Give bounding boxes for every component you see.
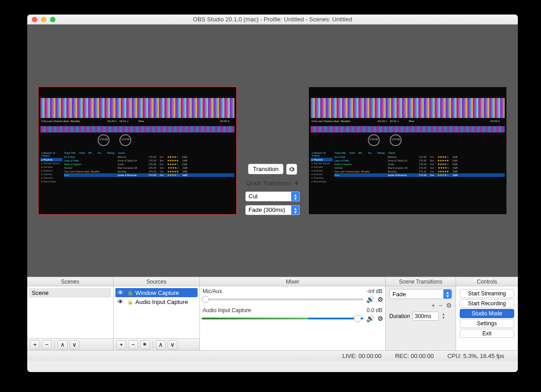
scene-down-button[interactable]: ∨: [69, 340, 79, 349]
preview-canvas-left[interactable]: One Last Chance (feat. Skyelle) -02.29.1…: [39, 87, 236, 214]
chevron-updown-icon: ▲▼: [293, 193, 298, 201]
chevron-updown-icon: ▲▼: [293, 207, 298, 214]
preview-pane-left[interactable]: One Last Chance (feat. Skyelle) -02.29.1…: [32, 31, 243, 270]
mixer-channel: Audio Input Capture0.0 dB🔊⚙: [202, 307, 383, 323]
speaker-icon[interactable]: 🔊: [366, 314, 375, 323]
transition-controls: Transition Quick Transitions + Cut ▲▼ Fa…: [243, 31, 302, 270]
gear-icon[interactable]: ⚙: [377, 315, 383, 322]
controls-panel: Controls Start StreamingStart RecordingS…: [456, 277, 518, 350]
remove-transition-button[interactable]: −: [439, 302, 442, 309]
lock-icon[interactable]: 🔓: [127, 299, 133, 305]
window-title: OBS Studio 20.1.0 (mac) - Profile: Untit…: [27, 16, 518, 23]
control-button-start-recording[interactable]: Start Recording: [460, 299, 514, 308]
add-scene-button[interactable]: +: [30, 340, 40, 349]
mixer-body: Mic/Aux-inf dB🔊⚙Audio Input Capture0.0 d…: [200, 286, 385, 350]
scene-item[interactable]: Scene: [29, 288, 111, 298]
preview-area: One Last Chance (feat. Skyelle) -02.29.1…: [27, 24, 518, 277]
remove-scene-button[interactable]: −: [42, 340, 52, 349]
mixer-channel-level: 0.0 dB: [367, 307, 382, 314]
source-settings-button[interactable]: [140, 340, 150, 349]
controls-header: Controls: [456, 277, 518, 286]
close-icon[interactable]: [32, 17, 37, 22]
sources-panel: Sources 👁🔓Window Capture👁🔓Audio Input Ca…: [114, 277, 200, 350]
source-item[interactable]: 👁🔓Audio Input Capture: [115, 297, 198, 306]
quick-transition-select-1[interactable]: Fade (300ms) ▲▼: [245, 205, 300, 215]
transition-settings-button[interactable]: [286, 164, 297, 175]
preview-pane-right[interactable]: One Last Chance (feat. Skyelle) -02.29.1…: [302, 31, 513, 270]
control-button-studio-mode[interactable]: Studio Mode: [460, 309, 514, 318]
remove-source-button[interactable]: −: [128, 340, 138, 349]
scene-transitions-panel: Scene Transitions Fade ▲▼ + − ⚙ Duration…: [386, 277, 456, 350]
chevron-updown-icon: ▲▼: [446, 291, 450, 298]
zoom-icon[interactable]: [50, 17, 55, 22]
transition-button[interactable]: Transition: [248, 164, 284, 174]
mixer-panel: Mixer Mic/Aux-inf dB🔊⚙Audio Input Captur…: [200, 277, 386, 350]
control-button-exit[interactable]: Exit: [460, 329, 514, 338]
gear-icon: [142, 342, 148, 348]
add-transition-button[interactable]: +: [432, 302, 435, 309]
bottom-panels: Scenes Scene + − ∧ ∨ Sources 👁🔓Window Ca…: [27, 277, 518, 350]
gear-icon: [288, 166, 295, 172]
scene-up-button[interactable]: ∧: [58, 340, 68, 349]
volume-slider[interactable]: [202, 318, 363, 319]
volume-slider[interactable]: [202, 299, 363, 300]
duration-label: Duration: [389, 313, 410, 319]
status-bar: LIVE: 00:00:00 REC: 00:00:00 CPU: 5.3%, …: [27, 350, 518, 361]
lock-icon[interactable]: 🔓: [127, 290, 133, 296]
gear-icon[interactable]: ⚙: [377, 296, 383, 303]
source-up-button[interactable]: ∧: [156, 340, 166, 349]
source-item[interactable]: 👁🔓Window Capture: [115, 288, 198, 297]
source-label: Audio Input Capture: [135, 299, 188, 305]
add-quick-transition-button[interactable]: +: [294, 178, 299, 188]
quick-transition-select-0[interactable]: Cut ▲▼: [245, 191, 300, 201]
quick-transitions-label: Quick Transitions +: [246, 178, 299, 188]
source-label: Window Capture: [135, 289, 179, 296]
duration-input[interactable]: [412, 312, 439, 321]
titlebar: OBS Studio 20.1.0 (mac) - Profile: Untit…: [27, 15, 518, 24]
scene-transition-select[interactable]: Fade ▲▼: [389, 289, 452, 299]
scenes-list[interactable]: Scene: [27, 286, 113, 338]
app-window: OBS Studio 20.1.0 (mac) - Profile: Untit…: [27, 15, 518, 372]
sources-list[interactable]: 👁🔓Window Capture👁🔓Audio Input Capture: [114, 286, 199, 338]
control-button-settings[interactable]: Settings: [460, 319, 514, 328]
preview-canvas-right[interactable]: One Last Chance (feat. Skyelle) -02.29.1…: [309, 87, 506, 214]
sources-header: Sources: [114, 277, 199, 286]
mixer-channel-name: Audio Input Capture: [203, 307, 251, 314]
scenes-header: Scenes: [27, 277, 113, 286]
transition-settings-icon[interactable]: ⚙: [446, 302, 452, 309]
mixer-channel-name: Mic/Aux: [203, 288, 222, 294]
status-rec: REC: 00:00:00: [395, 353, 434, 359]
status-cpu: CPU: 5.3%, 16.45 fps: [447, 353, 504, 359]
minimize-icon[interactable]: [41, 17, 46, 22]
status-live: LIVE: 00:00:00: [342, 353, 382, 359]
eye-icon[interactable]: 👁: [117, 298, 124, 305]
mixer-channel: Mic/Aux-inf dB🔊⚙: [202, 288, 383, 304]
mixer-channel-level: -inf dB: [367, 288, 382, 294]
control-button-start-streaming[interactable]: Start Streaming: [460, 289, 514, 298]
eye-icon[interactable]: 👁: [117, 289, 124, 296]
source-down-button[interactable]: ∨: [168, 340, 178, 349]
duration-stepper[interactable]: ▲▼: [442, 313, 445, 320]
mixer-header: Mixer: [200, 277, 385, 286]
scene-transitions-header: Scene Transitions: [386, 277, 456, 286]
add-source-button[interactable]: +: [116, 340, 126, 349]
speaker-icon[interactable]: 🔊: [366, 295, 375, 304]
scenes-panel: Scenes Scene + − ∧ ∨: [27, 277, 114, 350]
